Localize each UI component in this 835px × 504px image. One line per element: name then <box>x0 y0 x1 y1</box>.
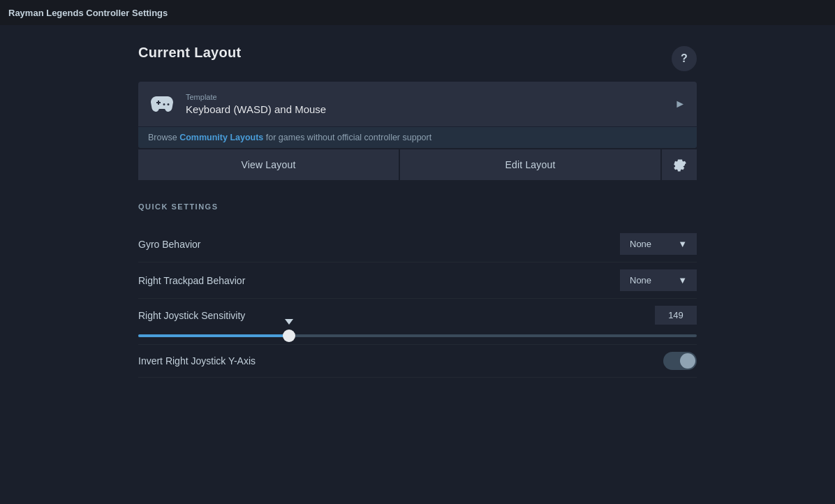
gear-settings-button[interactable] <box>662 149 697 180</box>
invert-joystick-toggle-container <box>663 352 697 370</box>
gyro-behavior-row: Gyro Behavior None ▼ <box>138 226 697 262</box>
title-bar: Rayman Legends Controller Settings <box>0 0 835 25</box>
right-joystick-sensitivity-row: Right Joystick Sensitivity 149 <box>138 299 697 345</box>
gyro-behavior-dropdown[interactable]: None ▼ <box>620 233 697 255</box>
template-label: Template <box>186 93 674 101</box>
community-after-text: for games without official controller su… <box>266 133 431 142</box>
gyro-behavior-value: None <box>630 239 651 249</box>
layout-name: Keyboard (WASD) and Mouse <box>186 103 674 115</box>
gear-icon <box>672 158 686 172</box>
invert-joystick-label: Invert Right Joystick Y-Axis <box>138 355 256 366</box>
window-title: Rayman Legends Controller Settings <box>8 8 168 18</box>
current-layout-header: Current Layout ? <box>138 45 697 72</box>
invert-joystick-toggle[interactable] <box>663 352 697 370</box>
button-row: View Layout Edit Layout <box>138 149 697 180</box>
gyro-behavior-label: Gyro Behavior <box>138 239 200 250</box>
gyro-dropdown-arrow: ▼ <box>678 239 687 249</box>
toggle-knob <box>680 353 695 369</box>
community-browse-text: Browse <box>148 133 177 142</box>
community-layouts-link[interactable]: Community Layouts <box>179 133 263 142</box>
main-content: Current Layout ? Template Keyboard (WASD… <box>0 25 835 378</box>
layout-card: Template Keyboard (WASD) and Mouse ► Bro… <box>138 82 697 148</box>
trackpad-dropdown-arrow: ▼ <box>678 275 687 286</box>
right-trackpad-behavior-row: Right Trackpad Behavior None ▼ <box>138 262 697 299</box>
sensitivity-header: Right Joystick Sensitivity 149 <box>138 306 697 325</box>
layout-row[interactable]: Template Keyboard (WASD) and Mouse ► <box>138 82 697 126</box>
chevron-right-icon: ► <box>674 98 686 110</box>
quick-settings-section: QUICK SETTINGS Gyro Behavior None ▼ Righ… <box>138 202 697 378</box>
slider-thumb[interactable] <box>283 329 295 342</box>
layout-info: Template Keyboard (WASD) and Mouse <box>186 93 674 115</box>
community-bar: Browse Community Layouts for games witho… <box>138 126 697 148</box>
sensitivity-value: 149 <box>655 306 697 325</box>
right-trackpad-label: Right Trackpad Behavior <box>138 275 245 286</box>
quick-settings-title: QUICK SETTINGS <box>138 202 697 211</box>
slider-marker <box>285 319 293 325</box>
help-button[interactable]: ? <box>672 46 697 71</box>
slider-fill <box>138 334 289 337</box>
slider-track <box>138 334 697 337</box>
right-trackpad-value: None <box>630 275 651 286</box>
edit-layout-button[interactable]: Edit Layout <box>400 149 660 180</box>
settings-container: Current Layout ? Template Keyboard (WASD… <box>138 45 697 378</box>
controller-icon <box>149 91 175 117</box>
sensitivity-slider-container <box>138 330 697 337</box>
invert-joystick-row: Invert Right Joystick Y-Axis <box>138 345 697 378</box>
help-icon: ? <box>681 52 688 65</box>
sensitivity-label: Right Joystick Sensitivity <box>138 310 245 321</box>
current-layout-title: Current Layout <box>138 45 242 61</box>
right-trackpad-dropdown[interactable]: None ▼ <box>620 269 697 291</box>
view-layout-button[interactable]: View Layout <box>138 149 399 180</box>
